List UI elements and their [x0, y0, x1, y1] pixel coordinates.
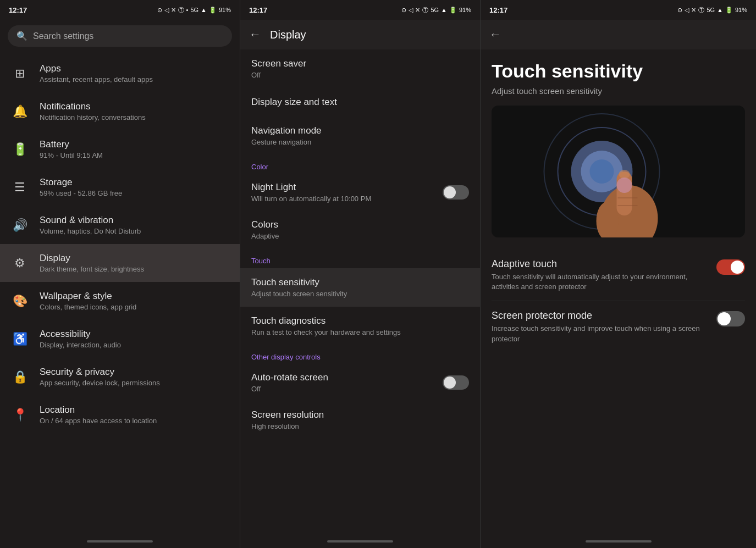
d-subtitle-navmode: Gesture navigation — [251, 138, 469, 146]
d-subtitle-touchsensitivity: Adjust touch screen sensitivity — [251, 290, 469, 298]
item-subtitle-wallpaper: Colors, themed icons, app grid — [40, 303, 136, 311]
dot-icon: • — [186, 7, 189, 13]
item-title-battery: Battery — [40, 139, 103, 150]
item-title-notifications: Notifications — [40, 101, 146, 112]
display-item-touchdiag[interactable]: Touch diagnostics Run a test to check yo… — [240, 307, 480, 345]
icon-wallpaper: 🎨 — [11, 292, 29, 310]
signal-5g-3: 5G — [707, 7, 715, 13]
section-label-touch-section: Touch — [240, 249, 480, 268]
item-subtitle-apps: Assistant, recent apps, default apps — [40, 75, 153, 84]
item-title-display: Display — [40, 253, 144, 264]
d-subtitle-autorotate: Off — [251, 385, 328, 393]
status-bar-3: 12:17 ⊙ ◁ ✕ Ⓣ 5G ▲ 🔋 91% — [481, 0, 756, 20]
display-item-navmode[interactable]: Navigation mode Gesture navigation — [240, 117, 480, 155]
toggle-screenprotector[interactable] — [716, 311, 745, 326]
search-bar[interactable]: 🔍 Search settings — [8, 25, 232, 47]
threads-icon-3: Ⓣ — [698, 6, 704, 14]
twitter-icon-3: ✕ — [691, 7, 696, 14]
d-subtitle-touchdiag: Run a test to check your hardware and se… — [251, 328, 469, 336]
settings-item-apps[interactable]: ⊞ Apps Assistant, recent apps, default a… — [0, 54, 240, 92]
display-header: ← Display — [240, 20, 480, 49]
home-indicator-1 — [0, 535, 240, 548]
d-subtitle-colors: Adaptive — [251, 232, 469, 240]
settings-item-notifications[interactable]: 🔔 Notifications Notification history, co… — [0, 92, 240, 130]
item-subtitle-security: App security, device lock, permissions — [40, 379, 160, 387]
settings-item-location[interactable]: 📍 Location On / 64 apps have access to l… — [0, 396, 240, 434]
signal-bars: ▲ — [201, 7, 207, 13]
touch-sensitivity-subtitle: Adjust touch screen sensitivity — [492, 86, 745, 96]
settings-item-display[interactable]: ⚙ Display Dark theme, font size, brightn… — [0, 244, 240, 282]
twitter-icon-2: ✕ — [415, 7, 420, 14]
settings-item-wallpaper[interactable]: 🎨 Wallpaper & style Colors, themed icons… — [0, 282, 240, 320]
panel-settings-main: 12:17 ⊙ ◁ ✕ Ⓣ • 5G ▲ 🔋 91% 🔍 Search sett… — [0, 0, 240, 548]
icon-sound: 🔊 — [11, 217, 29, 234]
back-button-touch[interactable]: ← — [489, 27, 501, 42]
svg-point-8 — [619, 170, 630, 179]
signal-5g-2: 5G — [431, 7, 439, 13]
d-text-nightlight: Night Light Will turn on automatically a… — [251, 182, 371, 203]
opt-title-screenprotector: Screen protector mode — [492, 310, 710, 322]
d-title-nightlight: Night Light — [251, 182, 371, 193]
display-item-screenres[interactable]: Screen resolution High resolution — [240, 401, 480, 439]
battery-percent-3: 91% — [735, 7, 747, 13]
item-title-storage: Storage — [40, 177, 122, 188]
text-wrap-apps: Apps Assistant, recent apps, default app… — [40, 63, 153, 84]
display-item-screensaver[interactable]: Screen saver Off — [240, 49, 480, 88]
settings-item-sound[interactable]: 🔊 Sound & vibration Volume, haptics, Do … — [0, 206, 240, 244]
display-item-autorotate[interactable]: Auto-rotate screen Off — [240, 364, 480, 401]
settings-list: ⊞ Apps Assistant, recent apps, default a… — [0, 54, 240, 535]
signal-5g: 5G — [190, 7, 198, 13]
threads-icon: Ⓣ — [178, 6, 184, 14]
icon-storage: ☰ — [11, 179, 29, 196]
toggle-knob-adaptive — [731, 261, 744, 274]
settings-item-security[interactable]: 🔒 Security & privacy App security, devic… — [0, 358, 240, 396]
settings-item-accessibility[interactable]: ♿ Accessibility Display, interaction, au… — [0, 320, 240, 358]
settings-item-storage[interactable]: ☰ Storage 59% used - 52.86 GB free — [0, 168, 240, 206]
touch-sensitivity-title: Touch sensitivity — [492, 49, 745, 86]
status-icons-3: ⊙ ◁ ✕ Ⓣ 5G ▲ 🔋 91% — [677, 6, 747, 14]
display-item-colors[interactable]: Colors Adaptive — [240, 211, 480, 249]
status-time-1: 12:17 — [9, 6, 27, 14]
item-subtitle-sound: Volume, haptics, Do Not Disturb — [40, 227, 141, 235]
d-text-autorotate: Auto-rotate screen Off — [251, 372, 328, 393]
signal-bars-2: ▲ — [441, 7, 447, 13]
d-subtitle-screensaver: Off — [251, 71, 469, 79]
twitter-icon: ✕ — [171, 7, 176, 14]
d-title-touchdiag: Touch diagnostics — [251, 315, 469, 326]
item-subtitle-battery: 91% - Until 9:15 AM — [40, 151, 103, 159]
location-icon-2: ◁ — [409, 7, 413, 14]
notification-icon-3: ⊙ — [677, 7, 682, 14]
toggle-knob-screenprotector — [718, 312, 731, 325]
section-label-color-section: Color — [240, 155, 480, 174]
section-label-other-section: Other display controls — [240, 345, 480, 364]
toggle-nightlight[interactable] — [443, 185, 469, 200]
signal-bars-3: ▲ — [717, 7, 723, 13]
text-wrap-wallpaper: Wallpaper & style Colors, themed icons, … — [40, 291, 136, 311]
item-title-wallpaper: Wallpaper & style — [40, 291, 136, 302]
d-title-autorotate: Auto-rotate screen — [251, 372, 328, 383]
toggle-adaptive[interactable] — [716, 259, 745, 275]
display-item-displaysize[interactable]: Display size and text — [240, 88, 480, 117]
settings-item-battery[interactable]: 🔋 Battery 91% - Until 9:15 AM — [0, 130, 240, 168]
status-time-3: 12:17 — [489, 6, 507, 14]
back-button-display[interactable]: ← — [249, 27, 261, 42]
icon-security: 🔒 — [11, 368, 29, 386]
icon-notifications: 🔔 — [11, 103, 29, 120]
text-wrap-accessibility: Accessibility Display, interaction, audi… — [40, 329, 121, 349]
opt-subtitle-adaptive: Touch sensitivity will automatically adj… — [492, 272, 710, 292]
d-subtitle-screenres: High resolution — [251, 422, 469, 430]
toggle-autorotate[interactable] — [443, 375, 469, 390]
home-indicator-2 — [240, 535, 480, 548]
status-bar-2: 12:17 ⊙ ◁ ✕ Ⓣ 5G ▲ 🔋 91% — [240, 0, 480, 20]
display-item-nightlight[interactable]: Night Light Will turn on automatically a… — [240, 174, 480, 211]
item-title-apps: Apps — [40, 63, 153, 74]
d-title-colors: Colors — [251, 219, 469, 230]
home-bar-2 — [327, 540, 393, 543]
home-indicator-3 — [481, 535, 756, 548]
status-bar-1: 12:17 ⊙ ◁ ✕ Ⓣ • 5G ▲ 🔋 91% — [0, 0, 240, 20]
icon-location: 📍 — [11, 406, 29, 424]
touch-option-row-screenprotector: Screen protector mode Increase touch sen… — [492, 310, 745, 344]
status-time-2: 12:17 — [249, 6, 267, 14]
touch-options-container: Adaptive touch Touch sensitivity will au… — [492, 250, 745, 353]
display-item-touchsensitivity[interactable]: Touch sensitivity Adjust touch screen se… — [240, 268, 480, 307]
